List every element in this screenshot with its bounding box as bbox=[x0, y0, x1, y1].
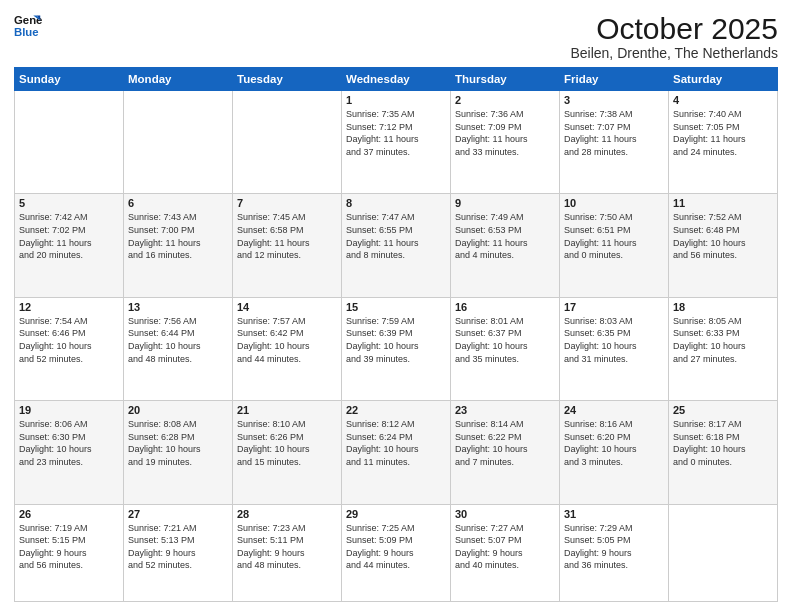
day-number: 8 bbox=[346, 197, 446, 209]
day-number: 15 bbox=[346, 301, 446, 313]
svg-text:Blue: Blue bbox=[14, 26, 39, 38]
day-number: 1 bbox=[346, 94, 446, 106]
day-number: 25 bbox=[673, 404, 773, 416]
day-number: 19 bbox=[19, 404, 119, 416]
day-content: Sunrise: 7:52 AM Sunset: 6:48 PM Dayligh… bbox=[673, 211, 773, 261]
day-number: 12 bbox=[19, 301, 119, 313]
table-row: 1Sunrise: 7:35 AM Sunset: 7:12 PM Daylig… bbox=[342, 91, 451, 194]
col-wednesday: Wednesday bbox=[342, 68, 451, 91]
table-row: 10Sunrise: 7:50 AM Sunset: 6:51 PM Dayli… bbox=[560, 194, 669, 297]
day-content: Sunrise: 7:43 AM Sunset: 7:00 PM Dayligh… bbox=[128, 211, 228, 261]
header: General Blue October 2025 Beilen, Drenth… bbox=[14, 12, 778, 61]
table-row: 28Sunrise: 7:23 AM Sunset: 5:11 PM Dayli… bbox=[233, 504, 342, 601]
col-monday: Monday bbox=[124, 68, 233, 91]
table-row bbox=[124, 91, 233, 194]
table-row: 27Sunrise: 7:21 AM Sunset: 5:13 PM Dayli… bbox=[124, 504, 233, 601]
day-content: Sunrise: 7:25 AM Sunset: 5:09 PM Dayligh… bbox=[346, 522, 446, 572]
table-row: 4Sunrise: 7:40 AM Sunset: 7:05 PM Daylig… bbox=[669, 91, 778, 194]
day-content: Sunrise: 7:23 AM Sunset: 5:11 PM Dayligh… bbox=[237, 522, 337, 572]
day-number: 26 bbox=[19, 508, 119, 520]
day-content: Sunrise: 7:49 AM Sunset: 6:53 PM Dayligh… bbox=[455, 211, 555, 261]
day-number: 28 bbox=[237, 508, 337, 520]
day-content: Sunrise: 8:12 AM Sunset: 6:24 PM Dayligh… bbox=[346, 418, 446, 468]
day-number: 9 bbox=[455, 197, 555, 209]
col-saturday: Saturday bbox=[669, 68, 778, 91]
col-tuesday: Tuesday bbox=[233, 68, 342, 91]
day-content: Sunrise: 8:05 AM Sunset: 6:33 PM Dayligh… bbox=[673, 315, 773, 365]
table-row: 15Sunrise: 7:59 AM Sunset: 6:39 PM Dayli… bbox=[342, 297, 451, 400]
table-row: 7Sunrise: 7:45 AM Sunset: 6:58 PM Daylig… bbox=[233, 194, 342, 297]
day-content: Sunrise: 7:19 AM Sunset: 5:15 PM Dayligh… bbox=[19, 522, 119, 572]
col-sunday: Sunday bbox=[15, 68, 124, 91]
day-content: Sunrise: 7:36 AM Sunset: 7:09 PM Dayligh… bbox=[455, 108, 555, 158]
day-content: Sunrise: 8:08 AM Sunset: 6:28 PM Dayligh… bbox=[128, 418, 228, 468]
table-row: 16Sunrise: 8:01 AM Sunset: 6:37 PM Dayli… bbox=[451, 297, 560, 400]
table-row: 9Sunrise: 7:49 AM Sunset: 6:53 PM Daylig… bbox=[451, 194, 560, 297]
day-content: Sunrise: 7:56 AM Sunset: 6:44 PM Dayligh… bbox=[128, 315, 228, 365]
table-row bbox=[669, 504, 778, 601]
day-content: Sunrise: 8:10 AM Sunset: 6:26 PM Dayligh… bbox=[237, 418, 337, 468]
table-row: 21Sunrise: 8:10 AM Sunset: 6:26 PM Dayli… bbox=[233, 401, 342, 504]
table-row: 29Sunrise: 7:25 AM Sunset: 5:09 PM Dayli… bbox=[342, 504, 451, 601]
day-content: Sunrise: 8:06 AM Sunset: 6:30 PM Dayligh… bbox=[19, 418, 119, 468]
table-row: 19Sunrise: 8:06 AM Sunset: 6:30 PM Dayli… bbox=[15, 401, 124, 504]
logo-icon: General Blue bbox=[14, 12, 42, 40]
day-content: Sunrise: 7:50 AM Sunset: 6:51 PM Dayligh… bbox=[564, 211, 664, 261]
table-row: 20Sunrise: 8:08 AM Sunset: 6:28 PM Dayli… bbox=[124, 401, 233, 504]
day-content: Sunrise: 8:01 AM Sunset: 6:37 PM Dayligh… bbox=[455, 315, 555, 365]
table-row: 8Sunrise: 7:47 AM Sunset: 6:55 PM Daylig… bbox=[342, 194, 451, 297]
day-number: 10 bbox=[564, 197, 664, 209]
day-number: 18 bbox=[673, 301, 773, 313]
day-number: 24 bbox=[564, 404, 664, 416]
day-number: 21 bbox=[237, 404, 337, 416]
calendar-table: Sunday Monday Tuesday Wednesday Thursday… bbox=[14, 67, 778, 602]
table-row: 3Sunrise: 7:38 AM Sunset: 7:07 PM Daylig… bbox=[560, 91, 669, 194]
month-title: October 2025 bbox=[570, 12, 778, 45]
day-number: 27 bbox=[128, 508, 228, 520]
table-row: 30Sunrise: 7:27 AM Sunset: 5:07 PM Dayli… bbox=[451, 504, 560, 601]
day-number: 6 bbox=[128, 197, 228, 209]
day-content: Sunrise: 7:45 AM Sunset: 6:58 PM Dayligh… bbox=[237, 211, 337, 261]
day-content: Sunrise: 8:16 AM Sunset: 6:20 PM Dayligh… bbox=[564, 418, 664, 468]
table-row: 12Sunrise: 7:54 AM Sunset: 6:46 PM Dayli… bbox=[15, 297, 124, 400]
table-row: 14Sunrise: 7:57 AM Sunset: 6:42 PM Dayli… bbox=[233, 297, 342, 400]
day-number: 3 bbox=[564, 94, 664, 106]
day-number: 23 bbox=[455, 404, 555, 416]
table-row: 17Sunrise: 8:03 AM Sunset: 6:35 PM Dayli… bbox=[560, 297, 669, 400]
table-row bbox=[15, 91, 124, 194]
table-row: 26Sunrise: 7:19 AM Sunset: 5:15 PM Dayli… bbox=[15, 504, 124, 601]
day-number: 2 bbox=[455, 94, 555, 106]
title-block: October 2025 Beilen, Drenthe, The Nether… bbox=[570, 12, 778, 61]
day-number: 16 bbox=[455, 301, 555, 313]
day-number: 31 bbox=[564, 508, 664, 520]
day-content: Sunrise: 7:54 AM Sunset: 6:46 PM Dayligh… bbox=[19, 315, 119, 365]
day-content: Sunrise: 7:38 AM Sunset: 7:07 PM Dayligh… bbox=[564, 108, 664, 158]
day-content: Sunrise: 8:17 AM Sunset: 6:18 PM Dayligh… bbox=[673, 418, 773, 468]
day-number: 13 bbox=[128, 301, 228, 313]
day-content: Sunrise: 7:42 AM Sunset: 7:02 PM Dayligh… bbox=[19, 211, 119, 261]
location: Beilen, Drenthe, The Netherlands bbox=[570, 45, 778, 61]
table-row: 5Sunrise: 7:42 AM Sunset: 7:02 PM Daylig… bbox=[15, 194, 124, 297]
table-row: 2Sunrise: 7:36 AM Sunset: 7:09 PM Daylig… bbox=[451, 91, 560, 194]
day-number: 29 bbox=[346, 508, 446, 520]
table-row: 24Sunrise: 8:16 AM Sunset: 6:20 PM Dayli… bbox=[560, 401, 669, 504]
day-content: Sunrise: 7:40 AM Sunset: 7:05 PM Dayligh… bbox=[673, 108, 773, 158]
day-content: Sunrise: 7:47 AM Sunset: 6:55 PM Dayligh… bbox=[346, 211, 446, 261]
day-number: 17 bbox=[564, 301, 664, 313]
day-content: Sunrise: 7:59 AM Sunset: 6:39 PM Dayligh… bbox=[346, 315, 446, 365]
table-row: 6Sunrise: 7:43 AM Sunset: 7:00 PM Daylig… bbox=[124, 194, 233, 297]
page: General Blue October 2025 Beilen, Drenth… bbox=[0, 0, 792, 612]
col-friday: Friday bbox=[560, 68, 669, 91]
table-row: 25Sunrise: 8:17 AM Sunset: 6:18 PM Dayli… bbox=[669, 401, 778, 504]
day-number: 5 bbox=[19, 197, 119, 209]
day-content: Sunrise: 8:03 AM Sunset: 6:35 PM Dayligh… bbox=[564, 315, 664, 365]
day-content: Sunrise: 7:35 AM Sunset: 7:12 PM Dayligh… bbox=[346, 108, 446, 158]
table-row: 13Sunrise: 7:56 AM Sunset: 6:44 PM Dayli… bbox=[124, 297, 233, 400]
day-content: Sunrise: 7:29 AM Sunset: 5:05 PM Dayligh… bbox=[564, 522, 664, 572]
day-number: 20 bbox=[128, 404, 228, 416]
day-number: 22 bbox=[346, 404, 446, 416]
day-number: 30 bbox=[455, 508, 555, 520]
col-thursday: Thursday bbox=[451, 68, 560, 91]
logo: General Blue bbox=[14, 12, 42, 40]
table-row: 22Sunrise: 8:12 AM Sunset: 6:24 PM Dayli… bbox=[342, 401, 451, 504]
